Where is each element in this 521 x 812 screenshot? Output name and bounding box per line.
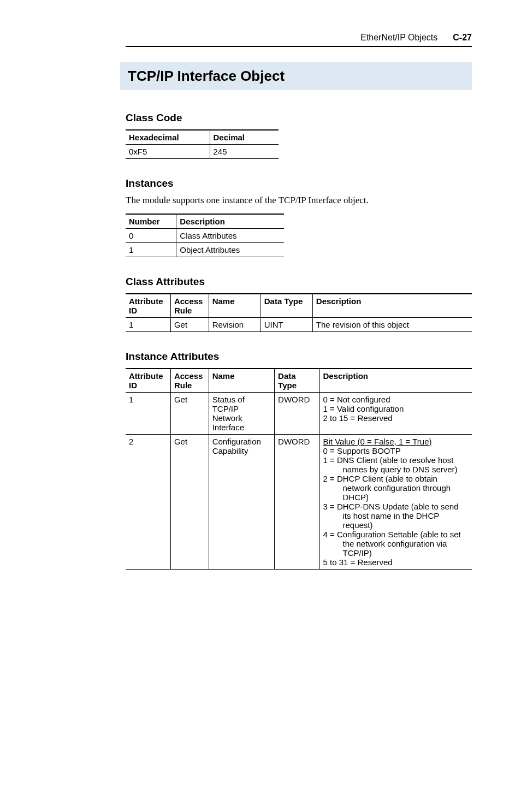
table-cell: 0 — [126, 229, 176, 243]
table-cell: Get — [170, 435, 209, 570]
th-dtype: Data Type — [260, 294, 312, 318]
td-dec: 245 — [210, 145, 279, 159]
table-cell: 0 = Not configured 1 = Valid configurati… — [319, 393, 472, 435]
instance-attributes-heading: Instance Attributes — [126, 351, 472, 363]
table-cell: Object Attributes — [176, 243, 284, 257]
class-attributes-heading: Class Attributes — [126, 276, 472, 288]
th-description: Description — [319, 369, 472, 393]
th-name: Name — [209, 369, 274, 393]
table-cell: DWORD — [275, 435, 319, 570]
table-cell: 2 — [126, 435, 170, 570]
table-cell: Status of TCP/IP Network Interface — [209, 393, 274, 435]
desc-line: 2 = DHCP Client (able to obtain — [323, 474, 437, 483]
table-cell: 1 — [126, 243, 176, 257]
table-cell: Get — [170, 393, 209, 435]
instances-text: The module supports one instance of the … — [126, 195, 472, 206]
th-attrid: Attribute ID — [126, 369, 170, 393]
header-section: EtherNet/IP Objects — [360, 33, 437, 43]
header-page-number: C-27 — [453, 33, 472, 43]
desc-line: 1 = DNS Client (able to resolve host — [323, 455, 454, 465]
table-cell: Revision — [209, 318, 260, 332]
th-hex: Hexadecimal — [126, 130, 210, 145]
table-cell: Get — [170, 318, 209, 332]
table-cell: 1 — [126, 318, 170, 332]
class-code-table: Hexadecimal Decimal 0xF5 245 — [126, 129, 279, 159]
instance-attributes-table: Attribute ID Access Rule Name Data Type … — [126, 368, 472, 570]
th-number: Number — [126, 214, 176, 229]
instances-table: Number Description 0 Class Attributes 1 … — [126, 214, 284, 257]
desc-line: 4 = Configuration Settable (able to set — [323, 530, 461, 539]
th-description: Description — [312, 294, 472, 318]
table-cell: Class Attributes — [176, 229, 284, 243]
th-access: Access Rule — [170, 369, 209, 393]
th-access: Access Rule — [170, 294, 209, 318]
desc-line: 0 = Supports BOOTP — [323, 446, 401, 455]
desc-line: 0 = Not configured — [323, 395, 390, 404]
desc-header: Bit Value (0 = False, 1 = True) — [323, 437, 432, 446]
instances-heading: Instances — [126, 177, 472, 189]
desc-cont: its host name in the DHCP request) — [323, 511, 467, 530]
class-code-heading: Class Code — [126, 112, 472, 124]
th-dtype: Data Type — [275, 369, 319, 393]
desc-line: 3 = DHCP-DNS Update (able to send — [323, 502, 459, 511]
table-cell: Configuration Capability — [209, 435, 274, 570]
desc-cont: the network configuration via TCP/IP) — [323, 539, 467, 558]
table-cell: The revision of this object — [312, 318, 472, 332]
table-cell: UINT — [260, 318, 312, 332]
desc-cont: names by query to DNS server) — [323, 465, 467, 474]
class-attributes-table: Attribute ID Access Rule Name Data Type … — [126, 293, 472, 332]
desc-line: 1 = Valid configuration — [323, 404, 404, 413]
th-attrid: Attribute ID — [126, 294, 170, 318]
table-cell: DWORD — [275, 393, 319, 435]
header-rule — [126, 46, 472, 47]
th-dec: Decimal — [210, 130, 279, 145]
title-bar: TCP/IP Interface Object — [120, 62, 472, 90]
desc-cont: network configuration through DHCP) — [323, 483, 467, 502]
th-name: Name — [209, 294, 260, 318]
desc-line: 5 to 31 = Reserved — [323, 558, 393, 567]
td-hex: 0xF5 — [126, 145, 210, 159]
th-desc: Description — [176, 214, 284, 229]
table-cell: 1 — [126, 393, 170, 435]
table-cell: Bit Value (0 = False, 1 = True) 0 = Supp… — [319, 435, 472, 570]
desc-line: 2 to 15 = Reserved — [323, 413, 393, 423]
page-title: TCP/IP Interface Object — [128, 68, 464, 85]
